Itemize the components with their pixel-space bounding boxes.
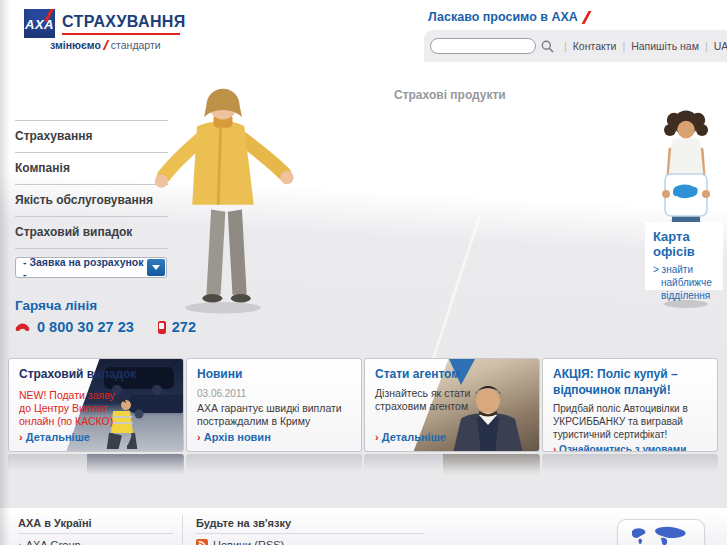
- write-us-link[interactable]: Напишіть нам: [631, 40, 699, 52]
- brand-underline: [62, 33, 180, 35]
- footer: АХА в Україні › AXA Group Будьте на зв'я…: [0, 508, 727, 545]
- card-reflection: [542, 454, 718, 482]
- card-promo: АКЦІЯ: Поліс купуй – відпочинок плануй! …: [542, 358, 718, 452]
- hotline-phone: 0 800 30 27 23: [37, 319, 134, 335]
- language-selector[interactable]: UA: [714, 40, 727, 52]
- world-map-image: [626, 525, 696, 545]
- details-link[interactable]: Детальніше: [19, 431, 173, 443]
- world-map-card: [617, 519, 705, 545]
- arrow-icon: ›: [18, 539, 22, 545]
- separator: |: [564, 40, 567, 52]
- chevron-down-icon: [152, 265, 160, 270]
- footer-column-axa-ukraine: АХА в Україні › AXA Group: [18, 517, 173, 545]
- footer-column-title: АХА в Україні: [18, 517, 173, 534]
- products-title: Страхові продукти: [394, 88, 506, 102]
- tagline-slash-icon: [102, 40, 109, 50]
- welcome-text: Ласкаво просимо в AXA: [428, 10, 588, 24]
- agent-text: Дізнайтесь як стати страховим агентом: [375, 387, 471, 414]
- consultant-woman-photo: [133, 84, 313, 316]
- language-label: UA: [714, 40, 727, 52]
- office-map-link-cont[interactable]: найближче: [653, 276, 723, 289]
- card-reflection: [364, 454, 540, 482]
- office-map-link-cont[interactable]: відділення: [653, 289, 723, 302]
- menu-item-label: Страхування: [15, 129, 92, 143]
- brand-tagline: змінюємо стандарти: [50, 39, 161, 51]
- axa-logo[interactable]: AXA: [24, 9, 55, 38]
- contacts-link[interactable]: Контакти: [573, 40, 617, 52]
- footer-separator: [182, 515, 183, 545]
- mobile-phone-icon: [158, 321, 166, 334]
- card-title: Новини: [197, 367, 351, 383]
- card-reflection: [8, 454, 184, 482]
- rss-icon: [196, 539, 208, 545]
- background-streak: [432, 215, 481, 359]
- hotline-title: Гаряча лінія: [15, 298, 97, 313]
- footer-column-stay-connected: Будьте на зв'язку Новини (RSS): [196, 517, 424, 545]
- separator: |: [705, 40, 708, 52]
- menu-item-label: Компанія: [15, 161, 70, 175]
- menu-item-label: Страховий випадок: [15, 225, 132, 239]
- news-date: 03.06.2011: [197, 388, 351, 399]
- card-title: Стати агентом: [375, 367, 529, 383]
- card-news: Новини 03.06.2011 АХА гарантує швидкі ви…: [186, 358, 362, 452]
- card-become-agent: Стати агентом Дізнайтесь як стати страхо…: [364, 358, 540, 452]
- separator: |: [622, 40, 625, 52]
- card-insurance-case: Страховий випадок NEW! Подати заяву до Ц…: [8, 358, 184, 452]
- header: AXA СТРАХУВАННЯ змінюємо стандарти Ласка…: [0, 0, 727, 63]
- phone-icon: [15, 321, 30, 334]
- axa-group-link[interactable]: › AXA Group: [18, 539, 173, 545]
- tagline-rest: стандарти: [111, 39, 161, 51]
- tagline-bold: змінюємо: [50, 39, 101, 51]
- news-archive-link[interactable]: Архів новин: [197, 431, 351, 443]
- office-map-title[interactable]: Карта офісів: [653, 229, 723, 259]
- footer-link-label: Новини (RSS): [213, 539, 284, 545]
- office-map-panel: Карта офісів > знайти найближче відділен…: [645, 222, 723, 290]
- teaser-cards: Страховий випадок NEW! Подати заяву до Ц…: [0, 358, 727, 482]
- search-input[interactable]: [430, 38, 536, 54]
- main-area: Страхові продукти Страхування Компанія Я…: [0, 62, 727, 358]
- page: AXA СТРАХУВАННЯ змінюємо стандарти Ласка…: [0, 0, 727, 545]
- rss-news-link[interactable]: Новини (RSS): [196, 539, 424, 545]
- request-dropdown[interactable]: - Заявка на розрахунок -: [15, 257, 167, 278]
- card-title: Страховий випадок: [19, 367, 173, 383]
- card-reflection: [186, 454, 362, 482]
- welcome-slash-icon: [581, 11, 591, 24]
- footer-link-label: AXA Group: [26, 539, 81, 545]
- card-highlight-text: NEW! Подати заяву до Центру Виплат онлай…: [19, 389, 121, 429]
- hotline-mobile-short: 272: [172, 319, 196, 335]
- welcome-label: Ласкаво просимо в AXA: [428, 10, 578, 24]
- axa-logo-letters: AXA: [24, 17, 55, 32]
- brand-title: СТРАХУВАННЯ: [62, 13, 186, 31]
- office-map-link[interactable]: > знайти: [653, 263, 723, 276]
- promo-terms-link[interactable]: Ознайомитись з умовами акції: [553, 444, 707, 452]
- card-title: АКЦІЯ: Поліс купуй – відпочинок плануй!: [553, 367, 707, 398]
- footer-column-title: Будьте на зв'язку: [196, 517, 424, 534]
- header-toolbar: | Контакти | Напишіть нам | UA: [424, 30, 727, 62]
- details-link[interactable]: Детальніше: [375, 431, 529, 443]
- request-dropdown-value: - Заявка на розрахунок -: [23, 256, 147, 280]
- search-icon[interactable]: [541, 40, 554, 53]
- dropdown-arrow-button[interactable]: [147, 259, 165, 276]
- hotline-row: 0 800 30 27 23 272: [15, 319, 196, 335]
- news-text: АХА гарантує швидкі виплати постраждалим…: [197, 402, 351, 429]
- promo-text: Придбай поліс Автоцивілки в УКРСИББАНКУ …: [553, 402, 707, 441]
